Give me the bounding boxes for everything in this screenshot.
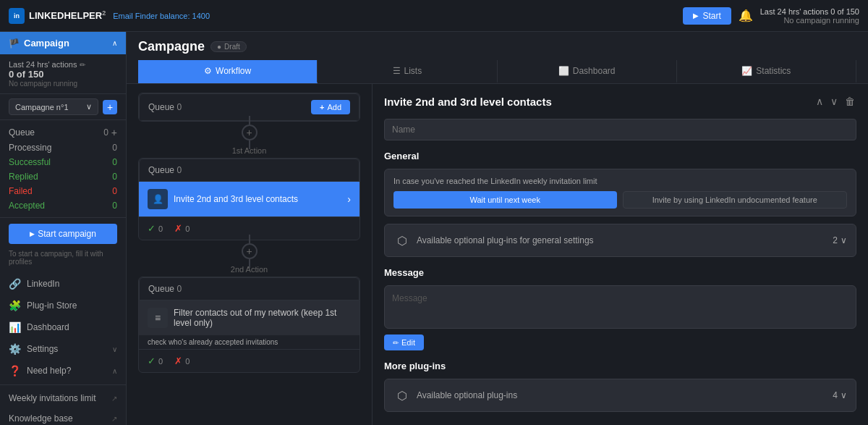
replied-value: 0 — [112, 172, 117, 182]
add-between-button-2[interactable]: + — [242, 243, 258, 259]
action2-card: Queue 0 ≡ Filter contacts out of my netw… — [138, 277, 360, 373]
replied-label: Replied — [9, 172, 38, 182]
name-input[interactable] — [384, 119, 856, 140]
message-section-title: Message — [384, 267, 856, 278]
sidebar-item-knowledge-base[interactable]: Knowledge base ↗ — [0, 408, 126, 425]
start-campaign-hint: To start a campaign, fill it with profil… — [0, 250, 126, 270]
body-area: Queue 0 Add + — [127, 84, 868, 425]
sidebar-campaign-chevron-icon[interactable]: ∧ — [112, 39, 117, 47]
sidebar-stats: Last 24 hrs' actions ✏ 0 of 150 No campa… — [0, 54, 126, 94]
sidebar-item-linkedin[interactable]: 🔗 LinkedIn — [0, 273, 126, 295]
queue-value: 0 — [103, 127, 109, 138]
dashboard-tab-icon: ⬜ — [558, 66, 569, 76]
need-help-icon: ❓ — [9, 365, 21, 376]
message-section: Message Message Edit — [384, 267, 856, 350]
action1-fail-count: 0 — [185, 224, 190, 233]
lists-tab-label: Lists — [404, 66, 422, 76]
action2-queue-label: Queue 0 — [148, 284, 182, 294]
action2-success-stat: ✓ 0 — [148, 355, 163, 366]
general-section-title: General — [384, 151, 856, 161]
start-campaign-button[interactable]: Start campaign — [9, 224, 117, 244]
panel-delete-button[interactable]: 🗑 — [843, 94, 856, 109]
action2-cross-icon: ✗ — [174, 355, 182, 366]
dropdown-chevron-icon: ∨ — [86, 102, 92, 111]
workflow-tab-label: Workflow — [216, 66, 251, 76]
sidebar-dashboard-label: Dashboard — [27, 322, 69, 332]
action1-item[interactable]: 👤 Invite 2nd and 3rd level contacts › — [139, 182, 359, 216]
tabs: ⚙ Workflow ☰ Lists ⬜ Dashboard 📈 Statist… — [138, 60, 856, 83]
plugin-store-icon: 🧩 — [9, 300, 21, 311]
edit-message-button[interactable]: Edit — [384, 334, 424, 350]
connector-1: + — [138, 122, 360, 143]
action2-avatar-icon: ≡ — [155, 312, 161, 324]
add-campaign-button[interactable]: + — [103, 100, 117, 114]
more-plugins-label: Available optional plug-ins — [417, 390, 517, 400]
right-panel-title: Invite 2nd and 3rd level contacts — [384, 96, 552, 108]
need-help-chevron-icon: ∧ — [112, 367, 117, 375]
start-button[interactable]: Start — [683, 7, 731, 25]
logo: in LINKEDHELPER2 — [9, 8, 106, 24]
sidebar-item-weekly-invitations[interactable]: Weekly invitations limit ↗ — [0, 388, 126, 408]
successful-label: Successful — [9, 157, 51, 167]
action2-fail-stat: ✗ 0 — [174, 355, 190, 366]
draft-badge: ● Draft — [210, 41, 247, 52]
workflow-tab-icon: ⚙ — [204, 66, 212, 76]
logo-text: LINKEDHELPER2 — [29, 9, 106, 21]
action1-avatar-icon: 👤 — [153, 194, 163, 204]
sidebar-item-settings[interactable]: ⚙️ Settings ∨ — [0, 338, 126, 360]
action1-title: Invite 2nd and 3rd level contacts — [174, 194, 341, 204]
tab-statistics[interactable]: 📈 Statistics — [677, 60, 856, 83]
add-between-button-1[interactable]: + — [242, 125, 258, 140]
settings-item-left: ⚙️ Settings — [9, 343, 58, 355]
add-action-label: Add — [327, 103, 341, 111]
workflow-panel: Queue 0 Add + — [127, 84, 373, 425]
plugin-settings-icon: ⬡ — [393, 232, 411, 249]
top-queue-label: Queue 0 — [148, 102, 182, 112]
edit-icon[interactable]: ✏ — [80, 61, 85, 69]
more-plugins-row[interactable]: ⬡ Available optional plug-ins 4 ∨ — [384, 379, 856, 412]
sidebar-item-plugin-store[interactable]: 🧩 Plug-in Store — [0, 295, 126, 316]
actions-sub: No campaign running — [760, 16, 859, 25]
sidebar-settings-label: Settings — [27, 344, 58, 354]
sidebar-linkedin-label: LinkedIn — [27, 279, 59, 289]
sidebar-stats-title: Last 24 hrs' actions ✏ — [9, 60, 117, 69]
action1-cross-icon: ✗ — [174, 223, 182, 234]
campaign-dropdown[interactable]: Campagne n°1 ∨ — [9, 98, 98, 115]
wait-next-week-button[interactable]: Wait until next week — [393, 191, 617, 209]
sidebar-item-dashboard[interactable]: 📊 Dashboard — [0, 316, 126, 338]
sidebar-need-help-label: Need help? — [27, 366, 71, 376]
sidebar-stats-title-text: Last 24 hrs' actions — [9, 60, 77, 69]
statistics-tab-icon: 📈 — [741, 66, 752, 76]
action2-item[interactable]: ≡ Filter contacts out of my network (kee… — [139, 300, 359, 335]
notification-bell-icon[interactable]: 🔔 — [739, 9, 753, 22]
queue-add-icon[interactable]: + — [111, 127, 117, 138]
campaign-label: Campaign — [24, 38, 69, 49]
tab-dashboard[interactable]: ⬜ Dashboard — [498, 60, 677, 83]
campaign-selector: Campagne n°1 ∨ + — [0, 94, 126, 120]
email-finder-balance: Email Finder balance: 1400 — [113, 12, 676, 20]
connector-line-top — [249, 116, 250, 125]
actions-info: Last 24 hrs' actions 0 of 150 No campaig… — [760, 7, 859, 25]
invite-limit-text: In case you've reached the LinkedIn week… — [393, 177, 847, 185]
add-action-button[interactable]: Add — [311, 100, 350, 114]
sidebar-campaign-title: 🏴 Campaign — [9, 38, 69, 49]
email-finder-label: Email Finder balance: — [113, 12, 190, 20]
general-plugins-count: 2 ∨ — [833, 235, 847, 245]
queue-label: Queue — [9, 127, 35, 138]
lists-tab-icon: ☰ — [393, 66, 401, 76]
tab-lists[interactable]: ☰ Lists — [318, 60, 497, 83]
failed-value: 0 — [112, 186, 117, 196]
action1-success-stat: ✓ 0 — [148, 223, 163, 234]
sidebar-row-accepted: Accepted 0 — [9, 198, 117, 213]
dashboard-icon: 📊 — [9, 321, 21, 333]
general-plugins-row[interactable]: ⬡ Available optional plug-ins for genera… — [384, 224, 856, 257]
sidebar-item-need-help[interactable]: ❓ Need help? ∧ — [0, 360, 126, 382]
content-header: Campagne ● Draft ⚙ Workflow ☰ Lists ⬜ Da… — [127, 32, 868, 84]
tab-workflow[interactable]: ⚙ Workflow — [138, 60, 318, 83]
panel-collapse-button[interactable]: ∧ — [814, 94, 825, 109]
invite-undocumented-button[interactable]: Invite by using LinkedIn undocumented fe… — [623, 191, 848, 209]
general-plugins-label: Available optional plug-ins for general … — [417, 235, 594, 245]
processing-value: 0 — [112, 143, 117, 153]
right-panel-controls: ∧ ∨ 🗑 — [814, 94, 856, 109]
panel-expand-button[interactable]: ∨ — [829, 94, 839, 109]
